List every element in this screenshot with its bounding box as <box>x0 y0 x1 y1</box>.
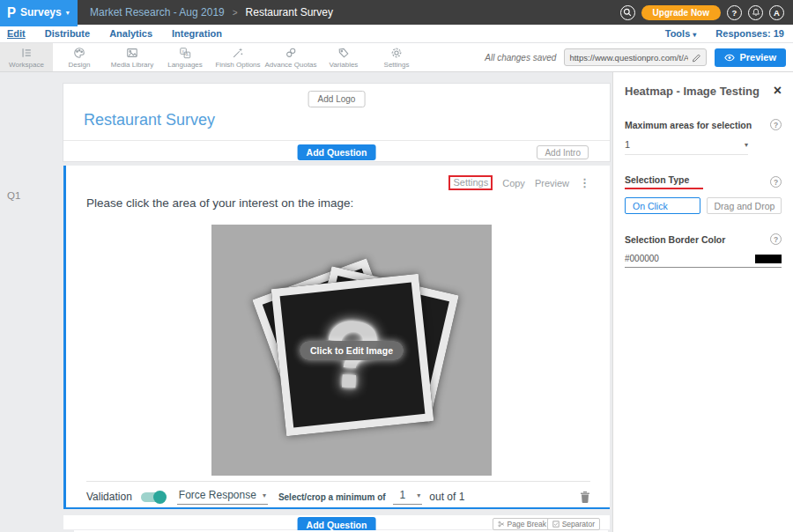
max-areas-select[interactable]: 1 ▾ <box>625 139 748 155</box>
divider <box>63 140 610 141</box>
nav-right: Tools ▾ Responses: 19 <box>665 28 793 39</box>
toolbar-right: All changes saved https://www.questionpr… <box>485 43 793 71</box>
question-copy-button[interactable]: Copy <box>502 178 525 188</box>
help-icon[interactable]: ? <box>770 119 782 130</box>
toolbar-item-advance-quotas[interactable]: Advance Quotas <box>264 43 317 71</box>
breadcrumb-parent[interactable]: Market Research - Aug 2019 <box>90 6 225 18</box>
toolbar-item-languages[interactable]: xA Languages <box>159 43 211 71</box>
question-actions: Settings Copy Preview ⋮ <box>448 175 590 190</box>
section-nav: Edit Distribute Analytics Integration To… <box>0 25 793 43</box>
validation-label: Validation <box>86 491 132 503</box>
responses-count[interactable]: Responses: 19 <box>715 28 784 39</box>
nav-tab-edit[interactable]: Edit <box>7 28 26 39</box>
toolbar-item-variables[interactable]: Variables <box>317 43 370 71</box>
selection-type-on-click[interactable]: On Click <box>625 197 700 214</box>
gear-icon <box>390 47 403 59</box>
validation-type-select[interactable]: Force Response ▾ <box>177 489 268 505</box>
kebab-menu-icon[interactable]: ⋮ <box>579 176 590 189</box>
close-icon[interactable]: × <box>774 84 782 98</box>
selection-type-drag-drop[interactable]: Drag and Drop <box>707 197 782 214</box>
divider <box>86 481 590 482</box>
panel-title: Heatmap - Image Testing <box>625 85 760 98</box>
selection-type-label: Selection Type <box>625 174 703 189</box>
question-number-label: Q1 <box>7 190 20 201</box>
surveys-menu-label: Surveys <box>20 6 62 18</box>
svg-text:A: A <box>186 53 189 57</box>
image-icon <box>126 47 138 59</box>
minimum-value-select[interactable]: 1 ▾ <box>393 489 423 505</box>
question-settings-button[interactable]: Settings <box>448 175 493 190</box>
workspace-icon <box>20 47 33 59</box>
quotas-icon <box>285 47 297 59</box>
topbar-actions: Upgrade Now ? A <box>620 5 793 20</box>
questionpro-survey-editor: P Surveys ▾ Market Research - Aug 2019 >… <box>0 0 793 532</box>
questionpro-logo-icon: P <box>7 5 16 19</box>
tools-menu[interactable]: Tools ▾ <box>665 28 697 39</box>
toolbar-item-settings[interactable]: Settings <box>370 43 423 71</box>
border-color-value: #000000 <box>625 254 659 263</box>
chevron-down-icon: ▾ <box>745 141 748 149</box>
nav-tab-integration[interactable]: Integration <box>172 28 222 39</box>
editor-toolbar: Workspace Design Media Library xA Langua… <box>0 43 793 72</box>
toolbar-item-workspace[interactable]: Workspace <box>0 43 53 71</box>
question-settings-panel: Heatmap - Image Testing × Maximum areas … <box>612 72 793 532</box>
add-question-button-top[interactable]: Add Question <box>298 144 376 160</box>
minimum-select-label: Select/crop a minimum of <box>278 492 386 502</box>
survey-title[interactable]: Restaurant Survey <box>84 111 215 129</box>
border-color-field[interactable]: #000000 <box>625 254 782 268</box>
selection-type-options: On Click Drag and Drop <box>625 197 782 214</box>
question-card: Settings Copy Preview ⋮ Please click the… <box>63 166 610 509</box>
help-icon[interactable]: ? <box>770 233 782 245</box>
survey-header-card: Add Logo Restaurant Survey Add Question … <box>63 84 610 161</box>
search-button[interactable] <box>620 5 635 20</box>
help-icon[interactable]: ? <box>770 176 782 188</box>
preview-button[interactable]: Preview <box>715 48 786 67</box>
add-logo-button[interactable]: Add Logo <box>308 91 366 107</box>
notifications-button[interactable] <box>748 5 763 20</box>
trash-icon <box>580 491 590 503</box>
toolbar-item-design[interactable]: Design <box>53 43 106 71</box>
help-button[interactable]: ? <box>727 5 742 20</box>
breadcrumb-separator-icon: > <box>233 8 238 18</box>
nav-tab-distribute[interactable]: Distribute <box>45 28 90 39</box>
save-status: All changes saved <box>485 53 556 63</box>
languages-icon: xA <box>179 47 191 59</box>
share-url-value: https://www.questionpro.com/t/APNrFZ <box>569 53 688 63</box>
click-to-edit-image-button[interactable]: Click to Edit Image <box>300 341 404 360</box>
surveys-menu[interactable]: P Surveys ▾ <box>0 0 78 25</box>
tag-icon <box>337 47 350 59</box>
color-swatch[interactable] <box>755 255 782 263</box>
account-avatar[interactable]: A <box>769 5 784 20</box>
chevron-down-icon: ▾ <box>66 9 70 17</box>
toolbar-item-finish-options[interactable]: Finish Options <box>211 43 264 71</box>
palette-icon <box>73 47 85 59</box>
bell-icon <box>752 8 760 17</box>
eye-icon <box>724 54 735 62</box>
heatmap-image-placeholder[interactable]: ? Click to Edit Image <box>211 225 492 476</box>
breadcrumb-current: Restaurant Survey <box>246 6 333 18</box>
add-intro-button[interactable]: Add Intro <box>537 145 589 159</box>
nav-tab-analytics[interactable]: Analytics <box>109 28 152 39</box>
pencil-icon[interactable] <box>692 53 701 63</box>
chevron-down-icon: ▾ <box>693 31 696 39</box>
question-preview-button[interactable]: Preview <box>535 178 569 188</box>
search-icon <box>623 8 632 17</box>
chevron-down-icon: ▾ <box>263 491 266 499</box>
upgrade-now-button[interactable]: Upgrade Now <box>641 5 721 20</box>
magic-wand-icon <box>232 47 244 59</box>
separator-icon <box>552 521 560 528</box>
validation-row: Validation Force Response ▾ Select/crop … <box>86 486 590 507</box>
question-text[interactable]: Please click the area of your interest o… <box>86 196 353 210</box>
chevron-down-icon: ▾ <box>417 491 420 499</box>
separator-button[interactable]: Separator <box>547 518 600 530</box>
add-question-strip: Add Question Page Break Separator <box>63 515 610 529</box>
max-areas-label: Maximum areas for selection <box>625 120 752 130</box>
toggle-knob <box>153 491 167 504</box>
share-url-field[interactable]: https://www.questionpro.com/t/APNrFZ <box>564 48 707 66</box>
delete-question-button[interactable] <box>580 491 590 503</box>
out-of-label: out of 1 <box>429 491 464 503</box>
toolbar-item-media-library[interactable]: Media Library <box>106 43 159 71</box>
validation-toggle[interactable] <box>141 492 165 502</box>
page-break-button[interactable]: Page Break <box>493 518 552 530</box>
scissors-icon <box>498 521 505 528</box>
